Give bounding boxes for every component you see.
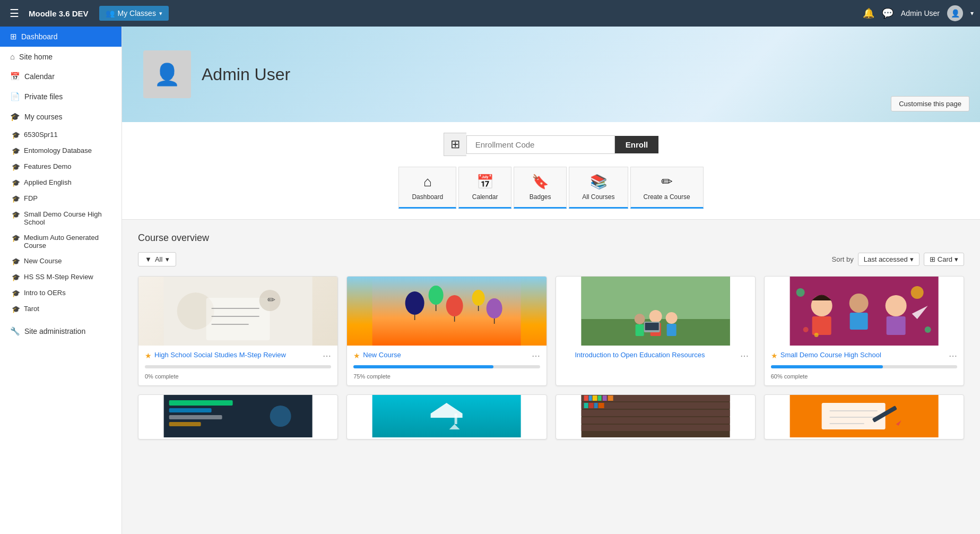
view-card-dropdown[interactable]: ⊞ Card ▾ bbox=[924, 253, 964, 266]
progress-bar bbox=[771, 365, 883, 368]
svg-rect-64 bbox=[588, 403, 593, 408]
quick-action-create-course[interactable]: ✏ Create a Course bbox=[630, 167, 704, 209]
svg-point-13 bbox=[446, 295, 463, 316]
quick-action-all-courses[interactable]: 📚 All Courses bbox=[569, 167, 628, 209]
sidebar-course-small-demo[interactable]: 🎓 Small Demo Course High School bbox=[0, 206, 122, 230]
navbar-right: 🔔 💬 Admin User 👤 ▾ bbox=[863, 5, 974, 21]
svg-point-37 bbox=[910, 286, 923, 299]
svg-point-33 bbox=[849, 294, 868, 313]
course-label-hs-ss: HS SS M-Step Review bbox=[24, 273, 93, 281]
filter-button[interactable]: ▼ All ▾ bbox=[138, 252, 176, 266]
course-card-hs-social[interactable]: ✏ ★ High School Social Studies M-Step Re… bbox=[138, 276, 338, 386]
qa-dashboard-label: Dashboard bbox=[412, 193, 443, 201]
course-card-bottom-3[interactable] bbox=[556, 394, 756, 440]
svg-rect-50 bbox=[455, 414, 457, 424]
user-menu[interactable]: Admin User bbox=[901, 9, 940, 18]
sidebar-course-intro-oers[interactable]: 🎓 Intro to OERs bbox=[0, 285, 122, 301]
enrollment-code-input[interactable] bbox=[466, 135, 615, 154]
svg-rect-57 bbox=[584, 395, 588, 401]
course-card-body: ★ New Course ⋯ 75% complete bbox=[347, 346, 546, 385]
course-card-bottom-4[interactable] bbox=[764, 394, 964, 440]
course-card-header: ★ High School Social Studies M-Step Revi… bbox=[145, 351, 331, 361]
sidebar-item-calendar[interactable]: 📅 Calendar bbox=[0, 66, 122, 87]
calendar-icon: 📅 bbox=[10, 72, 20, 81]
svg-point-15 bbox=[472, 290, 485, 306]
sidebar-course-features-demo[interactable]: 🎓 Features Demo bbox=[0, 159, 122, 175]
course-label-applied: Applied English bbox=[24, 178, 72, 186]
user-chevron-icon[interactable]: ▾ bbox=[970, 10, 974, 17]
sidebar-mycourses-label: My courses bbox=[24, 113, 63, 121]
course-cards-bottom bbox=[138, 394, 964, 440]
sidebar-admin-label: Site administration bbox=[24, 327, 85, 335]
progress-bar-container bbox=[145, 365, 331, 368]
messages-icon[interactable]: 💬 bbox=[882, 7, 894, 19]
course-card-title[interactable]: High School Social Studies M-Step Review bbox=[154, 351, 286, 360]
customise-page-button[interactable]: Customise this page bbox=[891, 96, 969, 111]
sidebar-item-private-files[interactable]: 📄 Private files bbox=[0, 87, 122, 107]
sidebar-item-dashboard[interactable]: ⊞ Dashboard bbox=[0, 27, 122, 47]
quick-action-calendar[interactable]: 📅 Calendar bbox=[458, 167, 511, 209]
course-card-title[interactable]: New Course bbox=[363, 351, 401, 360]
qa-createcourse-label: Create a Course bbox=[644, 193, 690, 201]
actions-bar: ⊞ Enroll ⌂ Dashboard 📅 Calendar 🔖 Badges bbox=[122, 122, 980, 220]
svg-point-39 bbox=[803, 327, 808, 332]
course-card-title[interactable]: Introduction to Open Education Resources bbox=[575, 351, 705, 360]
course-card-small-demo[interactable]: ★ Small Demo Course High School ⋯ 60% co… bbox=[764, 276, 964, 386]
sidebar-course-medium-auto[interactable]: 🎓 Medium Auto Generated Course bbox=[0, 230, 122, 253]
svg-point-22 bbox=[649, 310, 662, 323]
dashboard-icon: ⊞ bbox=[10, 32, 17, 41]
progress-text: 0% complete bbox=[145, 373, 179, 380]
course-title-row: Introduction to Open Education Resources bbox=[562, 351, 740, 360]
sidebar-item-site-admin[interactable]: 🔧 Site administration bbox=[0, 321, 122, 341]
star-icon: ★ bbox=[353, 351, 360, 360]
svg-rect-49 bbox=[431, 414, 463, 418]
course-card-bottom-img-3 bbox=[556, 395, 755, 439]
course-card-new-course[interactable]: ★ New Course ⋯ 75% complete bbox=[346, 276, 547, 386]
quick-action-badges[interactable]: 🔖 Badges bbox=[514, 167, 567, 209]
course-overview-title: Course overview bbox=[138, 232, 964, 244]
course-card-bottom-1[interactable] bbox=[138, 394, 338, 440]
card-menu-dots[interactable]: ⋯ bbox=[949, 351, 957, 361]
sidebar-course-applied-english[interactable]: 🎓 Applied English bbox=[0, 175, 122, 191]
svg-point-9 bbox=[405, 291, 424, 315]
qa-allcourses-label: All Courses bbox=[582, 193, 614, 201]
sidebar-item-my-courses[interactable]: 🎓 My courses bbox=[0, 107, 122, 127]
svg-text:✏: ✏ bbox=[267, 295, 275, 305]
my-classes-dropdown[interactable]: 👥 My Classes ▾ bbox=[99, 6, 169, 21]
quick-action-dashboard[interactable]: ⌂ Dashboard bbox=[398, 167, 456, 209]
svg-rect-65 bbox=[594, 403, 597, 408]
enrollment-qr-icon: ⊞ bbox=[444, 133, 466, 156]
sidebar-course-new-course[interactable]: 🎓 New Course bbox=[0, 253, 122, 269]
course-title-row: ★ High School Social Studies M-Step Revi… bbox=[145, 351, 323, 360]
sidebar-item-site-home[interactable]: ⌂ Site home bbox=[0, 47, 122, 66]
filter-icon: ▼ bbox=[145, 255, 152, 263]
notifications-icon[interactable]: 🔔 bbox=[863, 7, 874, 19]
profile-header: 👤 Admin User Customise this page bbox=[122, 27, 980, 122]
course-card-bottom-2[interactable] bbox=[346, 394, 547, 440]
card-menu-dots[interactable]: ⋯ bbox=[740, 351, 749, 361]
enroll-button[interactable]: Enroll bbox=[615, 136, 659, 153]
sidebar-course-entomology[interactable]: 🎓 Entomology Database bbox=[0, 143, 122, 159]
qa-dashboard-icon: ⌂ bbox=[423, 174, 432, 190]
sidebar-course-hs-ss[interactable]: 🎓 HS SS M-Step Review bbox=[0, 269, 122, 285]
card-menu-dots[interactable]: ⋯ bbox=[323, 351, 331, 361]
course-card-intro-oers[interactable]: Introduction to Open Education Resources… bbox=[556, 276, 756, 386]
card-menu-dots[interactable]: ⋯ bbox=[532, 351, 540, 361]
course-card-title[interactable]: Small Demo Course High School bbox=[780, 351, 881, 360]
view-grid-icon: ⊞ bbox=[930, 255, 935, 263]
hamburger-icon[interactable]: ☰ bbox=[6, 4, 22, 23]
course-grad-icon: 🎓 bbox=[12, 179, 20, 187]
sort-last-accessed-dropdown[interactable]: Last accessed ▾ bbox=[858, 253, 920, 266]
svg-rect-36 bbox=[886, 316, 905, 335]
sidebar-course-fdp[interactable]: 🎓 FDP bbox=[0, 191, 122, 206]
sort-option-label: Last accessed bbox=[864, 255, 908, 263]
course-grad-icon: 🎓 bbox=[12, 211, 20, 219]
sidebar-course-tarot[interactable]: 🎓 Tarot bbox=[0, 301, 122, 317]
course-grad-icon: 🎓 bbox=[12, 257, 20, 265]
qa-calendar-icon: 📅 bbox=[476, 174, 493, 190]
sidebar-course-6530spr11[interactable]: 🎓 6530Spr11 bbox=[0, 127, 122, 143]
profile-name: Admin User bbox=[202, 65, 290, 84]
sort-controls: Sort by Last accessed ▾ ⊞ Card ▾ bbox=[832, 253, 964, 266]
avatar[interactable]: 👤 bbox=[947, 5, 963, 21]
sort-by-label: Sort by bbox=[832, 255, 854, 263]
